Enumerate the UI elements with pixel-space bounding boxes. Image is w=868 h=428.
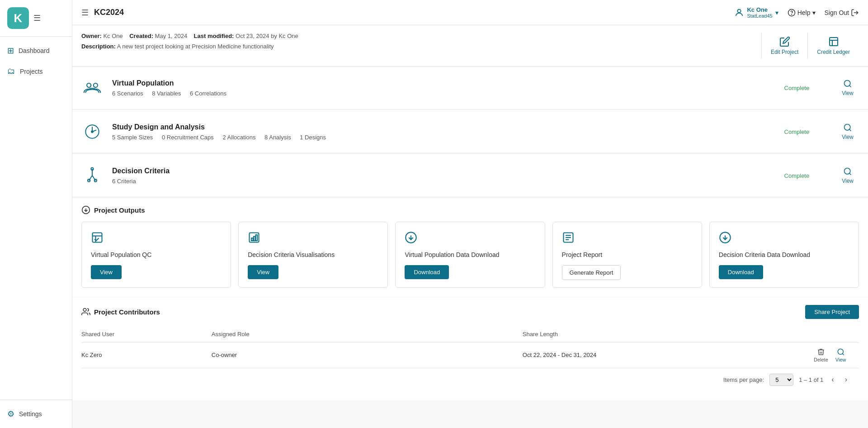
user-dropdown-icon: ▾ (775, 9, 778, 16)
virtual-population-meta: 6 Scenarios 8 Variables 6 Correlations (112, 90, 775, 97)
content-area: Owner: Kc One Created: May 1, 2024 Last … (72, 25, 868, 428)
dc-data-icon (719, 231, 731, 245)
dc-vis-title: Decision Criteria Visualisations (248, 251, 335, 260)
study-design-section: Study Design and Analysis 5 Sample Sizes… (72, 110, 868, 153)
sidebar-item-settings[interactable]: ⚙ Settings (0, 404, 72, 424)
items-per-page-select[interactable]: 5 10 25 (769, 374, 793, 386)
vp-view-icon (843, 79, 852, 88)
svg-point-9 (844, 81, 850, 86)
sd-sample-sizes: 5 Sample Sizes (112, 134, 153, 141)
projects-icon: 🗂 (7, 67, 15, 76)
signout-button[interactable]: Sign Out (825, 9, 859, 17)
contributor-share-length: Oct 22, 2024 - Dec 31, 2024 (523, 342, 814, 368)
sidebar-nav: ⊞ Dashboard 🗂 Projects (0, 37, 72, 399)
project-meta: Owner: Kc One Created: May 1, 2024 Last … (81, 33, 761, 50)
sidebar-item-projects[interactable]: 🗂 Projects (0, 61, 72, 81)
credit-ledger-icon (828, 36, 839, 47)
dc-vis-view-button[interactable]: View (248, 265, 278, 279)
vp-data-icon (405, 231, 417, 245)
topbar: ☰ KC2024 Kc One StatLead45 ▾ Help ▾ Sign… (72, 0, 868, 25)
study-design-meta: 5 Sample Sizes 0 Recruitment Caps 2 Allo… (112, 134, 775, 141)
topbar-hamburger-icon[interactable]: ☰ (81, 8, 89, 18)
svg-point-43 (838, 349, 843, 354)
contributor-user: Kc Zero (81, 342, 212, 368)
vp-qc-view-button[interactable]: View (91, 265, 122, 279)
vp-scenarios: 6 Scenarios (112, 90, 143, 97)
header-buttons: Edit Project Credit Ledger (761, 33, 859, 59)
svg-point-8 (94, 83, 98, 87)
study-design-icon (81, 121, 103, 143)
svg-line-24 (849, 173, 851, 175)
svg-line-16 (849, 129, 851, 131)
edit-project-button[interactable]: Edit Project (761, 33, 807, 59)
vp-view-button[interactable]: View (836, 76, 859, 100)
vp-variables: 8 Variables (152, 90, 181, 97)
share-project-button[interactable]: Share Project (805, 305, 859, 319)
decision-criteria-section: Decision Criteria 6 Criteria Complete Vi… (72, 154, 868, 197)
svg-rect-4 (830, 38, 838, 46)
project-description: Description: A new test project looking … (81, 43, 761, 50)
logo-letter: K (14, 11, 23, 25)
vp-data-title: Virtual Population Data Download (405, 251, 499, 260)
edit-project-label: Edit Project (771, 49, 798, 55)
dc-criteria: 6 Criteria (112, 178, 136, 185)
sidebar-bottom: ⚙ Settings (0, 399, 72, 428)
user-menu[interactable]: Kc One StatLead45 ▾ (734, 6, 778, 19)
col-assigned-role: Assigned Role (212, 326, 523, 342)
delete-label: Delete (814, 357, 828, 362)
sd-designs: 1 Designs (300, 134, 326, 141)
sd-allocations: 2 Allocations (222, 134, 255, 141)
pagination-bar: Items per page: 5 10 25 1 – 1 of 1 ‹ › (81, 368, 859, 391)
vp-qc-title: Virtual Population QC (91, 251, 151, 260)
col-share-length: Share Length (523, 326, 814, 342)
svg-rect-33 (256, 235, 258, 241)
view-icon (837, 348, 845, 356)
signout-label: Sign Out (825, 9, 849, 16)
main-area: ☰ KC2024 Kc One StatLead45 ▾ Help ▾ Sign… (72, 0, 868, 428)
help-label: Help (797, 9, 811, 16)
svg-point-2 (791, 14, 792, 14)
pagination-next-button[interactable]: › (842, 375, 850, 385)
credit-ledger-button[interactable]: Credit Ledger (807, 33, 859, 59)
dc-view-button[interactable]: View (836, 163, 859, 188)
items-per-page-label: Items per page: (723, 376, 764, 383)
help-dropdown-icon: ▾ (812, 9, 816, 16)
outputs-grid: Virtual Population QC View Decision Crit… (81, 222, 859, 288)
contributors-table-body: Kc Zero Co-owner Oct 22, 2024 - Dec 31, … (81, 342, 859, 368)
output-card-dc-vis: Decision Criteria Visualisations View (238, 222, 388, 288)
vp-data-download-button[interactable]: Download (405, 265, 449, 279)
sidebar-logo-area: K ☰ (0, 0, 72, 37)
dc-data-title: Decision Criteria Data Download (719, 251, 810, 260)
dc-data-download-button[interactable]: Download (719, 265, 763, 279)
user-avatar-icon (734, 8, 744, 18)
sidebar-item-label: Dashboard (19, 47, 50, 54)
decision-criteria-info: Decision Criteria 6 Criteria (112, 167, 775, 185)
contributors-table: Shared User Assigned Role Share Length K… (81, 326, 859, 368)
user-info: Kc One StatLead45 (747, 6, 772, 19)
svg-rect-31 (251, 238, 253, 241)
sidebar-bottom-label: Settings (19, 410, 42, 418)
outputs-title: Project Outputs (94, 206, 145, 214)
sd-view-button[interactable]: View (836, 119, 859, 144)
svg-point-42 (83, 309, 86, 312)
delete-contributor-button[interactable]: Delete (814, 348, 828, 362)
decision-criteria-meta: 6 Criteria (112, 178, 775, 185)
project-report-title: Project Report (562, 251, 602, 260)
sd-view-icon (843, 123, 852, 132)
hamburger-icon[interactable]: ☰ (33, 13, 41, 23)
signout-icon (851, 9, 859, 17)
pagination-range: 1 – 1 of 1 (799, 376, 823, 383)
sidebar-item-dashboard[interactable]: ⊞ Dashboard (0, 40, 72, 61)
pagination-prev-button[interactable]: ‹ (829, 375, 836, 385)
user-subtitle: StatLead45 (747, 13, 772, 19)
svg-point-14 (91, 131, 93, 133)
generate-report-button[interactable]: Generate Report (562, 265, 621, 280)
app-logo: K (7, 7, 29, 29)
delete-icon (817, 348, 825, 356)
contributors-icon (81, 307, 90, 316)
edit-project-icon (779, 36, 790, 47)
view-contributor-button[interactable]: View (835, 348, 846, 362)
project-report-icon (562, 231, 575, 245)
sd-analysis: 8 Analysis (264, 134, 291, 141)
help-button[interactable]: Help ▾ (788, 9, 816, 17)
